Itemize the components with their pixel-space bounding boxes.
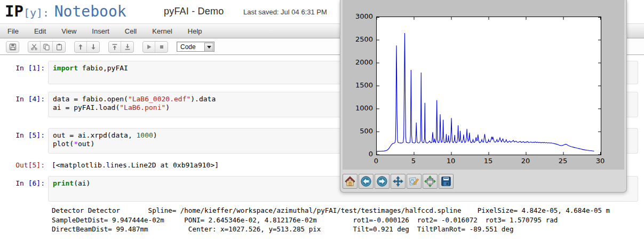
forward-arrow-icon xyxy=(376,175,388,187)
move-cell-up-button[interactable] xyxy=(75,42,87,52)
y-tick-label: 2500 xyxy=(347,35,373,43)
mpl-save-button[interactable] xyxy=(439,174,454,189)
subplots-config-icon xyxy=(424,175,436,187)
floppy-save-icon xyxy=(440,175,452,187)
x-tick-label: 25 xyxy=(554,157,572,165)
play-icon xyxy=(145,43,153,51)
stop-icon xyxy=(158,43,165,51)
toolbar-group-insert xyxy=(108,41,134,53)
figure-canvas[interactable]: 050010001500200025003000051015202530 xyxy=(343,0,624,170)
zoom-rect-icon xyxy=(408,175,420,187)
x-tick-label: 30 xyxy=(591,157,609,165)
input-prompt: In [6]: xyxy=(0,179,45,188)
ipython-logo[interactable]: IP[y]: Notebook xyxy=(5,2,126,20)
mpl-toolbar xyxy=(343,173,454,190)
paste-icon xyxy=(55,43,63,51)
cut-button[interactable] xyxy=(28,42,41,52)
mpl-zoom-rect-button[interactable] xyxy=(407,174,422,189)
x-tick-label: 5 xyxy=(404,157,423,165)
cut-icon xyxy=(30,43,38,51)
logo-ip: IP xyxy=(5,2,23,20)
mpl-subplots-button[interactable] xyxy=(423,174,438,189)
y-tick-label: 1000 xyxy=(347,104,373,112)
page: IP[y]: Notebook pyFAI - Demo Last saved:… xyxy=(0,0,644,240)
mpl-pan-button[interactable] xyxy=(391,174,406,189)
chevron-down-icon xyxy=(207,46,211,49)
save-icon xyxy=(9,43,17,51)
y-tick-label: 2000 xyxy=(347,58,373,66)
menu-edit[interactable]: Edit xyxy=(34,27,46,35)
stream-text: Detector Detector Spline= /home/kieffer/… xyxy=(52,206,638,234)
toolbar-group-save xyxy=(6,41,19,53)
y-tick-label: 3000 xyxy=(347,12,373,20)
menu-view[interactable]: View xyxy=(61,27,76,35)
stream-output: Detector Detector Spline= /home/kieffer/… xyxy=(0,206,638,234)
x-tick-label: 20 xyxy=(516,157,535,165)
cell-type-value: Code xyxy=(180,43,196,51)
y-tick-label: 1500 xyxy=(347,81,373,89)
mpl-forward-button[interactable] xyxy=(375,174,389,189)
menu-help[interactable]: Help xyxy=(188,27,202,35)
notebook-title[interactable]: pyFAI - Demo xyxy=(164,6,224,17)
last-saved-label: Last saved: Jul 04 6:31 PM xyxy=(243,8,327,16)
arrow-down-icon xyxy=(90,43,97,51)
cell-type-dropdown[interactable]: Code xyxy=(177,42,214,52)
dropdown-arrow-button[interactable] xyxy=(204,43,213,52)
input-prompt: In [4]: xyxy=(0,95,45,103)
toolbar-group-run xyxy=(142,41,168,53)
mpl-home-button[interactable] xyxy=(343,174,357,189)
toolbar-group-edit xyxy=(28,41,66,53)
arrow-up-icon xyxy=(77,43,84,51)
menu-insert[interactable]: Insert xyxy=(92,27,109,35)
back-arrow-icon xyxy=(360,175,372,187)
copy-button[interactable] xyxy=(41,42,53,52)
arrow-to-top-icon xyxy=(111,43,118,51)
menu-kernel[interactable]: Kernel xyxy=(152,27,172,35)
x-tick-label: 0 xyxy=(367,157,385,165)
copy-icon xyxy=(43,43,50,51)
menu-cell[interactable]: Cell xyxy=(125,27,137,35)
save-button[interactable] xyxy=(6,42,19,52)
arrow-to-bottom-icon xyxy=(124,43,131,51)
y-tick-label: 500 xyxy=(347,127,373,135)
move-cell-down-button[interactable] xyxy=(87,42,99,52)
run-button[interactable] xyxy=(143,42,155,52)
x-tick-label: 15 xyxy=(479,157,497,165)
insert-below-button[interactable] xyxy=(121,42,133,52)
data-line xyxy=(377,33,594,151)
paste-button[interactable] xyxy=(53,42,65,52)
logo-y: [y]: xyxy=(23,6,49,19)
interrupt-button[interactable] xyxy=(155,42,168,52)
matplotlib-window: 050010001500200025003000051015202530 xyxy=(340,0,627,193)
output-prompt: Out[5]: xyxy=(0,161,45,170)
insert-above-button[interactable] xyxy=(109,42,121,52)
logo-notebook: Notebook xyxy=(54,3,126,20)
menu-file[interactable]: File xyxy=(7,27,19,35)
x-tick-label: 10 xyxy=(442,157,460,165)
toolbar-group-move xyxy=(74,41,100,53)
plot-axes xyxy=(376,17,601,155)
home-icon xyxy=(344,175,356,187)
mpl-back-button[interactable] xyxy=(359,174,373,189)
pan-icon xyxy=(392,175,404,187)
input-prompt: In [1]: xyxy=(0,64,45,73)
input-prompt: In [5]: xyxy=(0,131,45,140)
